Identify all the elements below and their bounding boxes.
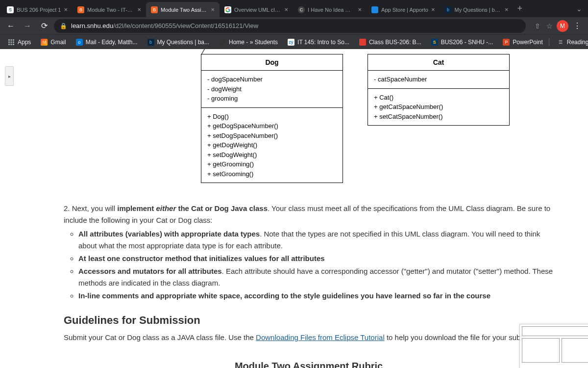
uml-method: + setCatSpaceNumber()	[374, 112, 503, 122]
chegg-icon: C	[298, 6, 305, 13]
panel-expand-handle[interactable]: ▸	[5, 66, 14, 86]
close-icon[interactable]: ×	[138, 6, 142, 13]
tab-title: App Store | Apporto	[381, 7, 428, 13]
share-icon[interactable]: ⇧	[533, 20, 542, 32]
tab-bartleby[interactable]: b My Questions | bartle ×	[440, 2, 514, 17]
guidelines-heading: Guidelines for Submission	[64, 312, 554, 329]
bookmark-outlook[interactable]: o Mail - Eddy, Matth...	[72, 37, 142, 48]
bookmarks-bar: Apps M Gmail o Mail - Eddy, Matth... b M…	[0, 34, 588, 49]
close-icon[interactable]: ×	[358, 6, 362, 13]
close-icon[interactable]: ×	[431, 6, 435, 13]
uml-method: + getCatSpaceNumber()	[374, 102, 503, 112]
forward-button[interactable]: →	[21, 19, 34, 33]
profile-avatar[interactable]: M	[557, 20, 568, 32]
thumbnail-preview[interactable]	[519, 324, 588, 368]
uml-method: + getDogWeight()	[207, 140, 337, 150]
home-icon	[219, 39, 226, 46]
uml-method: + Cat()	[374, 93, 503, 103]
bookmarks-right: ☰ Reading List	[549, 37, 588, 48]
rubric-heading: Module Two Assignment Rubric	[64, 358, 554, 368]
page-content: ▸ Dog - dogSpaceNumber - dogWeight - gro…	[0, 49, 588, 368]
tab-no-idea[interactable]: C I Have No Idea Where ×	[293, 2, 367, 17]
text: either	[156, 204, 176, 212]
tabs-dropdown-icon[interactable]: ⌄	[572, 5, 586, 13]
list-item: Accessors and mutators for all attribute…	[78, 265, 554, 289]
tab-title: I Have No Idea Where	[308, 7, 355, 13]
bookmark-gmail[interactable]: M Gmail	[37, 37, 70, 48]
tab-strip: S BUS 206 Project 1 × B Module Two - IT-…	[0, 0, 588, 17]
url-path: /d2l/le/content/960555/viewContent/16516…	[113, 22, 258, 29]
blackboard-icon	[359, 39, 366, 46]
snhu-icon: S	[7, 6, 14, 13]
reading-list-icon: ☰	[557, 39, 564, 46]
eclipse-tutorial-link[interactable]: Downloading Files from Eclipse Tutorial	[256, 333, 385, 342]
reading-list-label: Reading List	[567, 39, 588, 46]
apporto-icon	[371, 6, 378, 13]
url-host: learn.snhu.edu	[71, 22, 113, 29]
back-button[interactable]: ←	[4, 19, 18, 33]
uml-attr: - dogSpaceNumber	[207, 75, 337, 84]
bookmark-home-students[interactable]: Home - » Students	[215, 37, 282, 48]
gmail-icon: M	[41, 39, 48, 46]
list-item: At least one constructor method that ini…	[78, 253, 554, 264]
tab-title: Overview UML class	[234, 7, 281, 13]
text: In-line comments and appropriate white s…	[78, 291, 490, 300]
uml-class-name: Dog	[201, 54, 343, 71]
new-tab-button[interactable]: +	[514, 3, 527, 14]
bookmark-apps[interactable]: Apps	[4, 37, 35, 48]
bookmark-label: Class BUS-206: B...	[369, 39, 421, 46]
uml-method: + setGrooming()	[207, 169, 337, 179]
svg-rect-1	[11, 39, 12, 41]
uml-class-cat: Cat - catSpaceNumber + Cat() + getCatSpa…	[368, 54, 510, 126]
menu-icon[interactable]: ⋮	[570, 21, 584, 30]
tab-overview-uml[interactable]: Overview UML class ×	[220, 2, 293, 17]
bookmark-it145[interactable]: zy IT 145: Intro to So...	[284, 37, 353, 48]
bartleby-icon: b	[147, 39, 154, 46]
bookmark-label: Apps	[18, 39, 31, 46]
powerpoint-icon: P	[503, 39, 510, 46]
divider	[549, 38, 549, 46]
step-2: 2. Next, you will implement either the C…	[64, 203, 554, 226]
svg-rect-5	[13, 41, 14, 43]
close-icon[interactable]: ×	[505, 6, 509, 13]
tab-module-two-assignment[interactable]: B Module Two Assignm ×	[146, 2, 220, 17]
tab-apporto[interactable]: App Store | Apporto ×	[367, 2, 440, 17]
uml-methods: + Dog() + getDogSpaceNumber() + setDogSp…	[201, 108, 343, 183]
bookmark-bartleby[interactable]: b My Questions | ba...	[144, 37, 214, 48]
tab-title: Module Two - IT-145	[87, 7, 134, 13]
bookmark-bus206-snhu[interactable]: S BUS206 - SNHU -...	[427, 37, 497, 48]
uml-attributes: - dogSpaceNumber - dogWeight - grooming	[201, 71, 343, 108]
brightspace-icon: B	[151, 6, 158, 13]
bookmark-label: IT 145: Intro to So...	[297, 39, 349, 46]
tab-title: BUS 206 Project 1	[17, 7, 61, 13]
text: the Cat or Dog Java class	[176, 204, 268, 212]
tab-bus206[interactable]: S BUS 206 Project 1 ×	[2, 2, 73, 17]
bookmark-powerpoint[interactable]: P PowerPoint	[499, 37, 546, 48]
snhu-icon: S	[431, 39, 438, 46]
bookmark-label: My Questions | ba...	[157, 39, 210, 46]
outlook-icon: o	[76, 39, 83, 46]
address-bar[interactable]: 🔒 learn.snhu.edu/d2l/le/content/960555/v…	[54, 19, 526, 33]
svg-rect-7	[11, 44, 12, 45]
tab-title: My Questions | bartle	[455, 7, 502, 13]
reading-list-button[interactable]: ☰ Reading List	[553, 37, 588, 48]
close-icon[interactable]: ×	[211, 6, 215, 13]
close-icon[interactable]: ×	[64, 6, 68, 13]
reload-button[interactable]: ⟳	[37, 19, 51, 33]
bookmark-bus206-class[interactable]: Class BUS-206: B...	[355, 37, 425, 48]
toolbar-right: ⇧ ☆ M ⋮	[533, 20, 584, 32]
bookmark-label: Mail - Eddy, Matth...	[86, 39, 138, 46]
bookmark-label: PowerPoint	[513, 39, 542, 46]
uml-attr: - catSpaceNumber	[374, 75, 503, 84]
zybooks-icon: zy	[288, 39, 294, 46]
text: 2. Next, you will	[64, 204, 117, 212]
uml-attr: - grooming	[207, 94, 337, 104]
tab-module-two-it145[interactable]: B Module Two - IT-145 ×	[73, 2, 146, 17]
uml-method: + Dog()	[207, 112, 337, 122]
google-icon	[224, 6, 231, 13]
uml-attr: - dogWeight	[207, 84, 337, 94]
text: Submit your Cat or Dog class as a JAVA c…	[64, 333, 256, 342]
bookmark-star-icon[interactable]: ☆	[544, 20, 555, 32]
list-item: In-line comments and appropriate white s…	[78, 290, 554, 302]
close-icon[interactable]: ×	[285, 6, 289, 13]
